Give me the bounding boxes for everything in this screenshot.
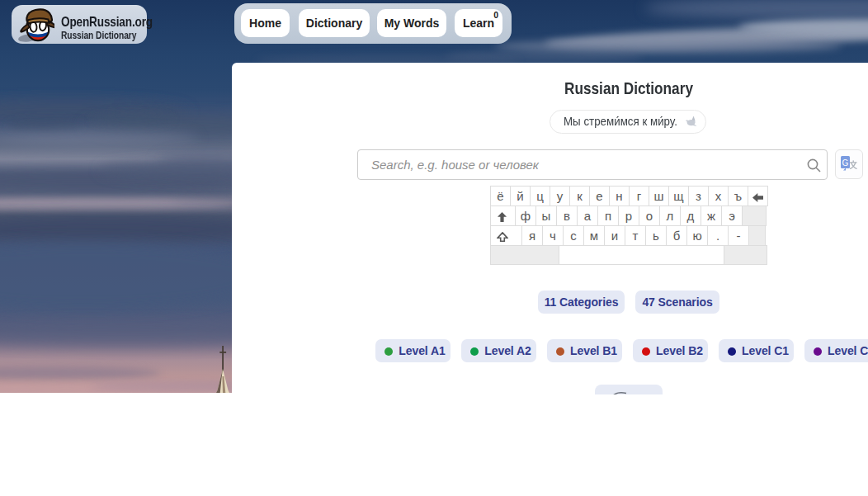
svg-text:G: G xyxy=(842,158,849,168)
